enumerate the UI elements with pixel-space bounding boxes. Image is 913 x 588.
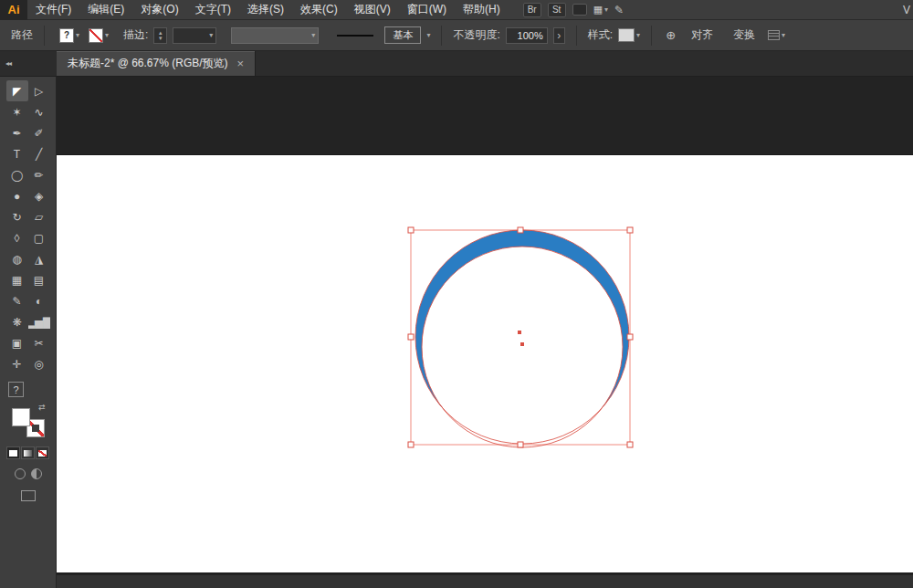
layout-dropdown[interactable]: ▦ ▾ bbox=[593, 4, 608, 16]
free-transform-tool[interactable]: ▢ bbox=[28, 227, 50, 248]
tool-panel: ◤▷✶∿✒✐T╱◯✏●◈↻▱◊▢◍◮▦▤✎◐❋▂▅▇▣✂✛◎ ? ⇄ bbox=[0, 77, 57, 588]
type-tool[interactable]: T bbox=[6, 143, 28, 164]
close-icon[interactable]: × bbox=[237, 57, 245, 70]
hand-tool[interactable]: ✛ bbox=[6, 353, 28, 374]
rotate-tool[interactable]: ↻ bbox=[6, 206, 28, 227]
recolor-artwork-icon[interactable]: ⊕ bbox=[663, 27, 678, 43]
gradient-tool[interactable]: ▤ bbox=[28, 269, 50, 290]
bridge-button[interactable]: Br bbox=[523, 3, 541, 17]
scale-tool[interactable]: ▱ bbox=[28, 206, 50, 227]
none-mode-button[interactable] bbox=[36, 446, 49, 459]
menu-item[interactable]: 编辑(E) bbox=[79, 0, 132, 19]
draw-normal-icon[interactable] bbox=[15, 468, 26, 479]
eraser-tool[interactable]: ◈ bbox=[28, 185, 50, 206]
blend-tool[interactable]: ◐ bbox=[28, 290, 50, 311]
help-tool[interactable]: ? bbox=[8, 382, 24, 397]
chevron-down-icon[interactable]: ▾ bbox=[636, 32, 640, 39]
chevron-down-icon: ▾ bbox=[209, 32, 213, 39]
selection-handle[interactable] bbox=[408, 334, 414, 340]
chevron-down-icon: ▾ bbox=[604, 6, 608, 14]
opacity-input[interactable]: 100% bbox=[506, 27, 548, 44]
status-bar bbox=[57, 574, 913, 588]
column-graph-tool[interactable]: ▂▅▇ bbox=[28, 311, 50, 332]
style-dropdown[interactable]: ▾ bbox=[618, 28, 640, 42]
draw-mode-row bbox=[15, 468, 42, 479]
document-tab[interactable]: 未标题-2* @ 66.67% (RGB/预览) × bbox=[57, 51, 256, 76]
gradient-mode-button[interactable] bbox=[21, 446, 35, 459]
symbol-sprayer-tool[interactable]: ❋ bbox=[6, 311, 28, 332]
canvas[interactable] bbox=[57, 77, 913, 574]
menu-item[interactable]: 文件(F) bbox=[27, 0, 79, 19]
screen-mode-button[interactable] bbox=[21, 490, 36, 501]
opacity-options-arrow[interactable]: › bbox=[553, 27, 565, 44]
fill-stroke-widget[interactable]: ⇄ bbox=[12, 404, 45, 437]
center-point-marker bbox=[518, 331, 521, 334]
menu-item[interactable]: 选择(S) bbox=[239, 0, 292, 19]
menu-item[interactable]: 窗口(W) bbox=[399, 0, 455, 19]
swap-fill-stroke-icon[interactable]: ⇄ bbox=[38, 403, 46, 412]
opacity-label: 不透明度: bbox=[453, 27, 499, 43]
draw-behind-icon[interactable] bbox=[31, 468, 42, 479]
selection-handle[interactable] bbox=[408, 227, 414, 233]
chevron-down-icon[interactable]: ▾ bbox=[76, 32, 79, 39]
align-button[interactable]: 对齐 bbox=[684, 27, 720, 43]
panel-menu-button[interactable]: ▾ bbox=[768, 30, 785, 40]
fill-indicator[interactable] bbox=[12, 408, 30, 426]
width-profile-select[interactable]: ▾ bbox=[231, 27, 319, 44]
width-tool[interactable]: ◊ bbox=[6, 227, 28, 248]
crescent-shape[interactable] bbox=[408, 223, 638, 453]
slice-tool[interactable]: ✂ bbox=[28, 332, 50, 353]
tool-panel-collapse[interactable]: ◂◂ bbox=[0, 51, 57, 76]
selection-handle[interactable] bbox=[627, 334, 633, 340]
selection-handle[interactable] bbox=[518, 442, 523, 447]
fill-color-dropdown[interactable]: ? ▾ bbox=[59, 28, 79, 43]
artboard-tool[interactable]: ▣ bbox=[6, 332, 28, 353]
zoom-tool[interactable]: ◎ bbox=[28, 353, 50, 374]
shape-builder-tool[interactable]: ◍ bbox=[6, 248, 28, 269]
chevron-down-icon: ▾ bbox=[311, 32, 315, 39]
arrange-documents-icon[interactable] bbox=[572, 4, 587, 16]
lasso-tool[interactable]: ∿ bbox=[28, 101, 50, 122]
menu-item[interactable]: 效果(C) bbox=[292, 0, 346, 19]
menu-item[interactable]: 对象(O) bbox=[132, 0, 186, 19]
menu-item[interactable]: 帮助(H) bbox=[455, 0, 509, 19]
stroke-color-dropdown[interactable]: ▾ bbox=[89, 28, 109, 43]
divider bbox=[44, 26, 45, 46]
magic-wand-tool[interactable]: ✶ bbox=[6, 101, 28, 122]
selection-handle[interactable] bbox=[627, 442, 633, 447]
mesh-tool[interactable]: ▦ bbox=[6, 269, 28, 290]
menu-item[interactable]: 文字(T) bbox=[187, 0, 239, 19]
chevron-down-icon[interactable]: ▾ bbox=[426, 32, 430, 39]
chevron-down-icon[interactable]: ▾ bbox=[105, 32, 109, 39]
chevron-down-icon: ▾ bbox=[782, 32, 785, 39]
selection-tool[interactable]: ◤ bbox=[6, 80, 28, 101]
color-mode-button[interactable] bbox=[6, 446, 20, 459]
app-logo[interactable]: Ai bbox=[0, 0, 27, 20]
divider bbox=[651, 26, 652, 46]
pencil-tool[interactable]: ✏ bbox=[28, 164, 50, 185]
selection-handle[interactable] bbox=[518, 227, 523, 233]
stock-button[interactable]: St bbox=[548, 3, 566, 17]
line-segment-tool[interactable]: ╱ bbox=[28, 143, 50, 164]
direct-selection-tool[interactable]: ▷ bbox=[28, 80, 50, 101]
brush-definition-button[interactable]: 基本 bbox=[384, 26, 421, 44]
divider bbox=[441, 26, 442, 46]
menu-item[interactable]: 视图(V) bbox=[346, 0, 399, 19]
spinner-down-icon[interactable]: ▾ bbox=[159, 36, 163, 41]
style-swatch[interactable] bbox=[618, 28, 635, 42]
transform-button[interactable]: 变换 bbox=[726, 27, 762, 43]
paint-mode-row bbox=[6, 446, 49, 459]
selection-handle[interactable] bbox=[627, 227, 633, 233]
ellipse-tool[interactable]: ◯ bbox=[6, 164, 28, 185]
paintbrush-tool[interactable]: ✐ bbox=[28, 122, 50, 143]
annotation-icon[interactable]: ✎ bbox=[614, 4, 624, 16]
perspective-grid-tool[interactable]: ◮ bbox=[28, 248, 50, 269]
selection-handle[interactable] bbox=[408, 442, 414, 447]
eyedropper-tool[interactable]: ✎ bbox=[6, 290, 28, 311]
stroke-weight-stepper[interactable]: ▴ ▾ bbox=[153, 27, 167, 44]
stroke-none-swatch[interactable] bbox=[89, 28, 103, 43]
stroke-weight-select[interactable]: ▾ bbox=[173, 27, 216, 44]
pen-tool[interactable]: ✒ bbox=[6, 122, 28, 143]
blob-brush-tool[interactable]: ● bbox=[6, 185, 28, 206]
fill-swatch[interactable]: ? bbox=[59, 28, 74, 43]
